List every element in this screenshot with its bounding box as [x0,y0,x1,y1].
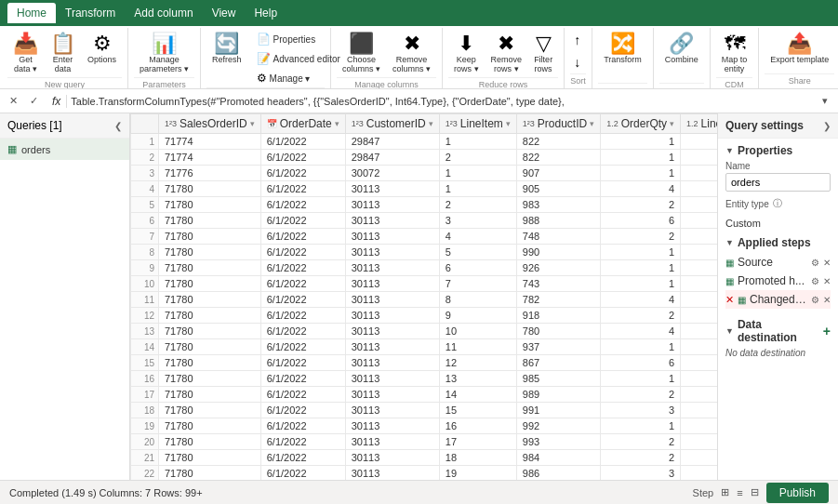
queries-panel-collapse-icon[interactable]: ❮ [114,121,122,131]
step-list-icon[interactable]: ≡ [737,487,742,498]
combine-button[interactable]: 🔗 Combine [659,30,704,68]
export-template-button[interactable]: 📤 Export template [765,30,834,68]
step-source[interactable]: ▦ Source ⚙ ✕ [725,253,831,272]
formula-bar-input[interactable]: Table.TransformColumnTypes(#"Promoted he… [71,96,812,107]
sort-desc-icon: ↓ [574,55,580,70]
get-data-button[interactable]: 📥 Getdata ▾ [7,30,44,77]
remove-columns-button[interactable]: ✖ Removecolumns ▾ [387,30,436,77]
table-cell: 1 [601,245,681,260]
row-number: 16 [131,371,159,387]
section-properties-label: Properties [738,144,792,157]
table-cell: 6/1/2022 [260,166,345,181]
status-right: Step ⊞ ≡ ⊟ Publish [693,483,829,503]
col-lineitemtotal-type-icon: 1.2 [686,119,698,128]
export-template-icon: 📤 [787,33,812,54]
step-promoted-settings-icon[interactable]: ⚙ [811,276,819,286]
remove-rows-button[interactable]: ✖ Removerows ▾ [486,30,528,77]
section-properties[interactable]: ▼ Properties [725,144,831,157]
table-cell: 1 [601,371,681,387]
col-customerid-filter-icon[interactable]: ▾ [429,119,433,128]
col-orderqty-filter-icon[interactable]: ▾ [670,119,674,128]
table-cell: 30113 [345,197,439,213]
sort-asc-button[interactable]: ↑ [570,30,584,50]
col-header-salesorderid[interactable]: 1²3 SalesOrderID ▾ [159,114,261,134]
step-changed[interactable]: ✕ ▦ Changed co... ⚙ ✕ [725,290,831,309]
data-grid-container: 1²3 SalesOrderID ▾ 📅 OrderDate ▾ [130,113,717,480]
manage-params-button[interactable]: 📊 Manageparameters ▾ [134,30,194,77]
col-header-productid[interactable]: 1²3 ProductID ▾ [516,114,600,134]
col-lineitem-filter-icon[interactable]: ▾ [506,119,511,128]
query-item-orders[interactable]: ▦ orders [0,139,129,160]
table-cell: 809.76 [681,276,717,292]
name-label: Name [725,161,831,171]
enter-data-button[interactable]: 📋 Enterdata [45,30,81,77]
step-changed-settings-icon[interactable]: ⚙ [811,295,819,305]
nav-add-column[interactable]: Add column [125,3,202,23]
step-promoted[interactable]: ▦ Promoted h... ⚙ ✕ [725,272,831,290]
options-button[interactable]: ⚙ Options [82,30,122,68]
data-dest-add-button[interactable]: + [823,324,831,338]
step-columns-icon[interactable]: ⊟ [751,486,759,498]
table-row: 19717806/1/202230113169921323.99 [131,418,718,434]
col-header-orderdate[interactable]: 📅 OrderDate ▾ [260,114,345,134]
table-cell: 71774 [159,134,261,150]
step-source-delete-icon[interactable]: ✕ [823,258,831,268]
map-entity-button[interactable]: 🗺 Map toentity [716,30,753,77]
top-nav: Home Transform Add column View Help [0,0,838,26]
formula-bar-check-icon[interactable]: ✓ [24,92,43,111]
nav-view[interactable]: View [203,3,246,23]
keep-rows-button[interactable]: ⬇ Keeprows ▾ [448,30,485,77]
entity-type-row: Entity type ⓘ [725,197,831,210]
row-number: 5 [131,197,159,213]
data-grid-wrapper[interactable]: 1²3 SalesOrderID ▾ 📅 OrderDate ▾ [130,113,717,480]
ribbon-group-new-query-label: New query [7,77,122,89]
col-productid-filter-icon[interactable]: ▾ [590,119,594,128]
publish-button[interactable]: Publish [766,483,829,503]
name-input[interactable] [725,173,831,192]
right-panel-expand-icon[interactable]: ❯ [823,121,831,131]
row-number: 10 [131,276,159,292]
filter-rows-button[interactable]: ▽ Filterrows [528,30,558,77]
transform-button[interactable]: 🔀 Transform [598,30,647,68]
formula-bar-delete-icon[interactable]: ✕ [4,92,22,111]
step-source-settings-icon[interactable]: ⚙ [811,258,819,268]
ribbon-group-cdm: 🗺 Map toentity CDM [711,28,760,88]
table-cell: 9 [439,308,516,324]
col-orderdate-type-icon: 📅 [267,119,277,128]
table-cell: 5 [439,245,516,260]
refresh-button[interactable]: 🔄 Refresh [206,30,247,87]
choose-columns-icon: ⬛ [349,33,374,54]
nav-help[interactable]: Help [245,3,286,23]
row-number: 11 [131,292,159,308]
col-orderdate-filter-icon[interactable]: ▾ [335,119,339,128]
table-cell: 989 [516,387,600,403]
table-row: 11717806/1/202230113878245507.98 [131,292,718,308]
step-changed-delete-icon[interactable]: ✕ [823,295,831,305]
table-cell: 1 [601,260,681,276]
col-header-lineitemtotal[interactable]: 1.2 LineItemTotal ▾ [681,114,717,134]
col-header-lineitem[interactable]: 1²3 LineItem ▾ [439,114,516,134]
data-dest-header: ▼ Data destination + [725,318,831,344]
table-row: 22717806/1/202230113199863203.4 [131,466,718,481]
entity-type-info-icon[interactable]: ⓘ [773,197,782,210]
col-header-orderqty[interactable]: 1.2 OrderQty ▾ [601,114,681,134]
section-applied-steps[interactable]: ▼ Applied steps [725,236,831,249]
table-cell: 30113 [345,181,439,197]
main-area: Queries [1] ❮ ▦ orders 1²3 SalesOrderID [0,113,838,480]
nav-transform[interactable]: Transform [56,3,125,23]
table-cell: 71780 [159,434,261,450]
col-header-customerid[interactable]: 1²3 CustomerID ▾ [345,114,439,134]
table-cell: 647.99 [681,387,717,403]
table-cell: 992 [516,418,600,434]
nav-home[interactable]: Home [7,3,56,23]
section-data-dest[interactable]: ▼ Data destination [725,318,823,344]
table-cell: 149.87 [681,260,717,276]
formula-bar-expand-icon[interactable]: ▾ [816,92,834,111]
step-view-icon[interactable]: ⊞ [721,486,729,498]
step-promoted-delete-icon[interactable]: ✕ [823,276,831,286]
properties-form: Name Entity type ⓘ Custom [725,161,831,229]
sort-desc-button[interactable]: ↓ [570,52,584,73]
table-row: 9717806/1/20223011369261149.87 [131,260,718,276]
col-salesorderid-filter-icon[interactable]: ▾ [250,119,255,128]
choose-columns-button[interactable]: ⬛ Choosecolumns ▾ [337,30,386,77]
